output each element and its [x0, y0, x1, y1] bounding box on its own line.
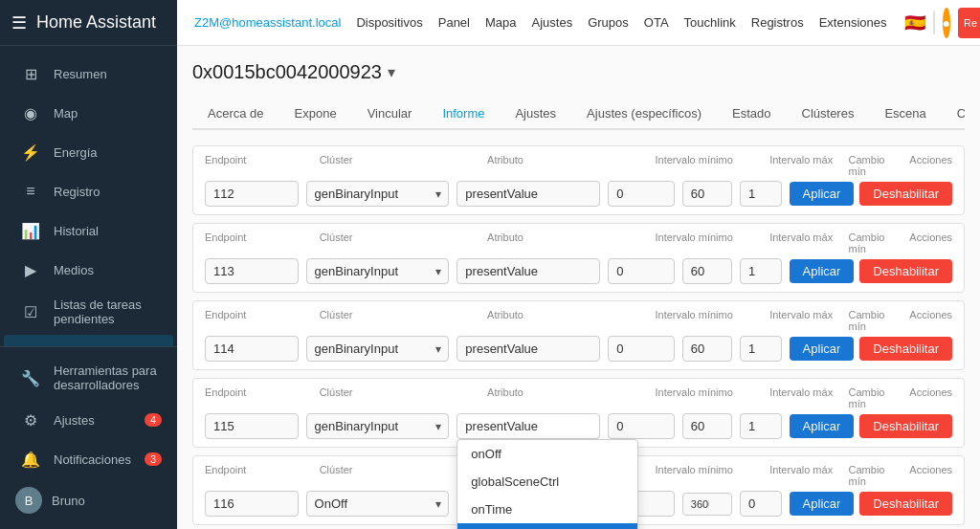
tab-consola[interactable]: Consola de desarrollo: [942, 99, 965, 130]
row-fields: genBinaryInput onOff globalSceneCtrl onT…: [205, 413, 952, 439]
topbar-dispositivos[interactable]: Dispositivos: [350, 11, 428, 33]
max-input[interactable]: [682, 181, 732, 207]
flag-icon: 🇪🇸: [904, 12, 925, 33]
min-input[interactable]: [608, 181, 675, 207]
apply-button[interactable]: Aplicar: [790, 414, 855, 438]
sidebar-item-label: Listas de tareas pendientes: [54, 298, 158, 326]
max-label: Intervalo máx: [769, 464, 840, 487]
min-label: Intervalo mínimo: [656, 386, 763, 409]
apply-button[interactable]: Aplicar: [790, 259, 855, 283]
endpoint-input[interactable]: [205, 413, 299, 439]
attribute-label: Atributo: [487, 154, 647, 177]
cluster-select[interactable]: genBinaryInput: [306, 336, 450, 362]
attribute-input[interactable]: [457, 258, 600, 284]
topbar-extensiones[interactable]: Extensiones: [813, 11, 893, 33]
change-input[interactable]: [740, 336, 782, 362]
disable-button[interactable]: Deshabilitar: [859, 182, 952, 206]
endpoint-field: [205, 491, 299, 517]
apply-button[interactable]: Aplicar: [790, 182, 855, 206]
table-row: Endpoint Clúster Atributo Intervalo míni…: [192, 300, 965, 370]
sidebar-item-herramientas[interactable]: 🔧 Herramientas para desarrolladores: [4, 356, 173, 400]
topbar-ota[interactable]: OTA: [638, 11, 675, 33]
max-input[interactable]: [682, 413, 732, 439]
permit-join-label[interactable]: Permitir unirse (Todos): [934, 11, 935, 33]
sidebar-item-map[interactable]: ◉ Map: [4, 94, 173, 132]
topbar-z2m-link[interactable]: Z2M@homeassistant.local: [189, 11, 346, 33]
change-input[interactable]: [740, 491, 782, 517]
endpoint-input[interactable]: [205, 491, 299, 517]
min-field: [608, 336, 675, 362]
sidebar-item-notificaciones[interactable]: 🔔 Notificaciones 3: [4, 440, 173, 478]
sidebar-item-tareas[interactable]: ☑ Listas de tareas pendientes: [4, 290, 173, 334]
sidebar-item-ajustes[interactable]: ⚙ Ajustes 4: [4, 401, 173, 439]
max-input[interactable]: [682, 336, 732, 362]
cluster-label: Clúster: [320, 464, 479, 487]
topbar-grupos[interactable]: Grupos: [582, 11, 635, 33]
disable-button[interactable]: Deshabilitar: [859, 414, 952, 438]
permit-join-button[interactable]: Permitir unirse (Todos) ▾: [933, 11, 935, 34]
tab-informe[interactable]: Informe: [427, 99, 500, 130]
attribute-input[interactable]: [457, 181, 600, 207]
endpoint-input[interactable]: [205, 181, 299, 207]
max-field: [682, 258, 732, 284]
max-field: [682, 413, 732, 439]
apply-button[interactable]: Aplicar: [790, 492, 855, 516]
dropdown-item-ontime[interactable]: onTime: [457, 496, 637, 523]
attribute-input[interactable]: [457, 336, 600, 362]
max-field: [682, 181, 732, 207]
cluster-select[interactable]: genBinaryInput: [306, 181, 450, 207]
topbar-icon-red[interactable]: Re: [958, 8, 980, 38]
row-labels: Endpoint Clúster Atributo Intervalo míni…: [205, 231, 952, 254]
dropdown-item-globalscenectrl[interactable]: globalSceneCtrl: [457, 468, 637, 496]
sidebar-item-medios[interactable]: ▶ Medios: [4, 251, 173, 289]
sidebar-item-energia[interactable]: ⚡ Energía: [4, 133, 173, 171]
tab-ajustes-especificos[interactable]: Ajustes (específicos): [571, 99, 717, 130]
sidebar-user[interactable]: B Bruno: [0, 479, 177, 521]
device-dropdown-icon[interactable]: ▾: [388, 63, 395, 81]
sidebar-item-zigbee[interactable]: 🔷 Zigbee2MQTT: [4, 335, 173, 346]
disable-button[interactable]: Deshabilitar: [859, 337, 952, 361]
max-input[interactable]: [682, 493, 732, 516]
tab-expone[interactable]: Expone: [279, 99, 352, 130]
sidebar-bottom: 🔧 Herramientas para desarrolladores ⚙ Aj…: [0, 346, 177, 529]
tab-ajustes[interactable]: Ajustes: [500, 99, 571, 130]
disable-button[interactable]: Deshabilitar: [859, 492, 952, 516]
tab-clusteres[interactable]: Clústeres: [787, 99, 870, 130]
change-input[interactable]: [740, 181, 782, 207]
max-label: Intervalo máx: [769, 309, 840, 332]
topbar-registros[interactable]: Registros: [746, 11, 810, 33]
min-input[interactable]: [608, 336, 675, 362]
cluster-select[interactable]: OnOff: [306, 491, 450, 517]
sidebar-item-registro[interactable]: ≡ Registro: [4, 172, 173, 210]
min-input[interactable]: [608, 258, 675, 284]
tab-vincular[interactable]: Vincular: [352, 99, 428, 130]
endpoint-input[interactable]: [205, 336, 299, 362]
sidebar-item-historial[interactable]: 📊 Historial: [4, 211, 173, 250]
attribute-input[interactable]: [457, 413, 600, 439]
actions-field: Aplicar Deshabilitar: [790, 414, 952, 438]
topbar-mapa[interactable]: Mapa: [479, 11, 523, 33]
topbar-icon-orange[interactable]: ●: [943, 8, 950, 38]
sidebar-item-resumen[interactable]: ⊞ Resumen: [4, 55, 173, 93]
apply-button[interactable]: Aplicar: [790, 337, 855, 361]
max-input[interactable]: [682, 258, 732, 284]
menu-icon[interactable]: ☰: [11, 12, 27, 33]
tab-estado[interactable]: Estado: [717, 99, 786, 130]
topbar-panel[interactable]: Panel: [433, 11, 476, 33]
min-input[interactable]: [608, 413, 675, 439]
cluster-select[interactable]: genBinaryInput: [306, 413, 450, 439]
tab-acerca[interactable]: Acerca de: [192, 99, 279, 130]
topbar-touchlink[interactable]: Touchlink: [679, 11, 742, 33]
sidebar-item-label: Resumen: [54, 67, 107, 81]
history-icon: 📊: [19, 219, 42, 242]
dropdown-item-onoff[interactable]: onOff: [457, 440, 637, 468]
dropdown-item-offwaittime[interactable]: offWaitTime: [457, 523, 637, 529]
change-input[interactable]: [740, 413, 782, 439]
cluster-select[interactable]: genBinaryInput: [306, 258, 450, 284]
change-input[interactable]: [740, 258, 782, 284]
endpoint-input[interactable]: [205, 258, 299, 284]
attribute-field: [457, 258, 600, 284]
disable-button[interactable]: Deshabilitar: [859, 259, 952, 283]
topbar-ajustes[interactable]: Ajustes: [526, 11, 579, 33]
tab-escena[interactable]: Escena: [869, 99, 941, 130]
